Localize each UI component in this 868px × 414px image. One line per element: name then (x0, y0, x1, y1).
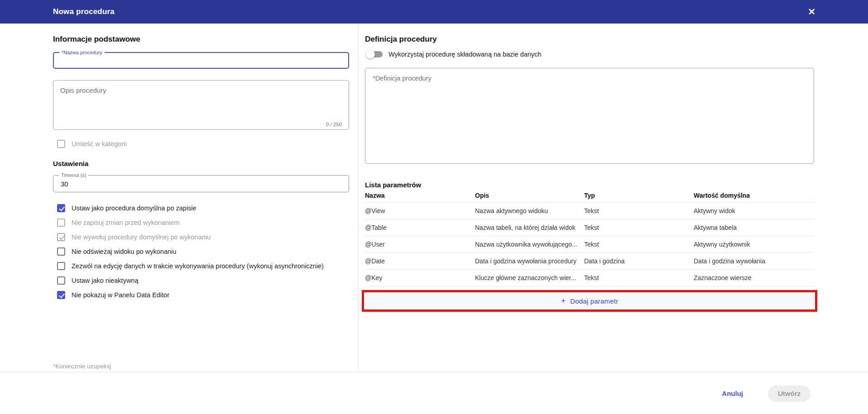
checkbox-label: Nie zapisuj zmian przed wykonaniem (72, 219, 180, 226)
procedure-name-label: *Nazwa procedury (59, 50, 105, 56)
basic-info-panel: Informacje podstawowe *Nazwa procedury 0… (0, 24, 359, 372)
dialog-title: Nowa procedura (53, 7, 115, 16)
checkbox-set-inactive[interactable]: Ustaw jako nieaktywną (57, 273, 324, 288)
parameter-row-key[interactable]: @Key Klucze główne zaznaczonych wier... … (365, 270, 814, 286)
checkbox-hide-in-data-editor[interactable]: Nie pokazuj w Panelu Data Editor (57, 288, 324, 302)
checkbox-label: Nie odświeżaj widoku po wykonaniu (72, 248, 176, 255)
timeout-input[interactable] (53, 176, 349, 192)
dialog-footer: Anuluj Utwórz (0, 373, 868, 414)
checkbox-label: Umieść w kategorii (72, 140, 127, 148)
checkbox-box[interactable] (57, 276, 65, 285)
procedure-definition-input[interactable] (365, 68, 814, 163)
plus-icon: + (561, 296, 566, 306)
param-description: Nazwa tabeli, na której działa widok (475, 224, 584, 231)
timeout-field[interactable]: Timeout (s) (53, 175, 349, 192)
column-header-default: Wartość domyślna (694, 192, 814, 199)
checkbox-label: Ustaw jako procedura domyślna po zapisie (72, 205, 197, 212)
param-name: @Key (365, 274, 475, 281)
param-description: Data i godzina wywołania procedury (475, 257, 584, 265)
param-default: Aktywny widok (694, 207, 814, 214)
checkbox-no-save-before-run[interactable]: Nie zapisuj zmian przed wykonaniem (57, 215, 324, 230)
toggle-switch-icon[interactable] (366, 49, 383, 60)
toggle-knob (366, 50, 375, 59)
procedure-definition-field[interactable] (365, 68, 814, 164)
checkbox-box[interactable] (57, 291, 65, 299)
checkbox-box[interactable] (57, 247, 65, 256)
param-name: @Table (365, 224, 475, 231)
checkbox-label: Zezwól na edycję danych w trakcie wykony… (72, 262, 324, 270)
add-parameter-label: Dodaj parametr (570, 297, 618, 305)
procedure-name-field[interactable]: *Nazwa procedury (53, 52, 349, 69)
checkbox-box[interactable] (57, 140, 65, 148)
param-name: @User (365, 241, 475, 248)
create-button[interactable]: Utwórz (768, 385, 810, 402)
toggle-label: Wykorzystaj procedurę składowaną na bazi… (388, 51, 542, 58)
procedure-description-input[interactable] (53, 81, 349, 119)
param-type: Tekst (584, 241, 694, 248)
param-type: Tekst (584, 274, 694, 281)
parameter-row-user[interactable]: @User Nazwa użytkownika wywołującego... … (365, 236, 814, 253)
checkbox-box[interactable] (57, 204, 65, 212)
checkbox-label: Ustaw jako nieaktywną (72, 277, 139, 284)
checkbox-label: Nie wywołuj procedury domyślnej po wykon… (72, 233, 211, 241)
parameters-list-title: Lista parametrów (365, 181, 421, 189)
param-default: Data i godzina wywołania (694, 257, 814, 265)
definition-panel: Definicja procedury Wykorzystaj procedur… (359, 24, 868, 372)
checkbox-box[interactable] (57, 219, 65, 227)
close-icon[interactable]: ✕ (808, 7, 815, 16)
column-header-description: Opis (475, 192, 584, 199)
dialog-header: Nowa procedura ✕ (0, 0, 868, 24)
param-description: Klucze główne zaznaczonych wier... (475, 274, 584, 281)
parameter-row-date[interactable]: @Date Data i godzina wywołania procedury… (365, 253, 814, 270)
dialog-body: Informacje podstawowe *Nazwa procedury 0… (0, 24, 868, 372)
cancel-button[interactable]: Anuluj (722, 390, 743, 397)
column-header-type: Typ (584, 192, 694, 199)
checkbox-place-in-category[interactable]: Umieść w kategorii (57, 140, 127, 148)
param-type: Tekst (584, 224, 694, 231)
param-default: Aktywna tabela (694, 224, 814, 231)
settings-title: Ustawienia (53, 160, 88, 167)
procedure-description-field[interactable]: 0 / 250 (53, 80, 349, 130)
basic-info-title: Informacje podstawowe (53, 35, 140, 44)
param-default: Aktywny użytkownik (694, 241, 814, 248)
timeout-label: Timeout (s) (59, 172, 88, 178)
required-fields-note: *Koniecznie uzupełnij (53, 363, 111, 370)
param-name: @Date (365, 257, 475, 265)
description-char-counter: 0 / 250 (326, 122, 342, 127)
checkbox-box[interactable] (57, 233, 65, 241)
parameters-table-header: Nazwa Opis Typ Wartość domyślna (365, 192, 814, 203)
checkbox-label: Nie pokazuj w Panelu Data Editor (72, 291, 169, 299)
add-parameter-button[interactable]: + Dodaj parametr (365, 293, 814, 309)
stored-procedure-toggle[interactable]: Wykorzystaj procedurę składowaną na bazi… (366, 49, 542, 60)
parameter-row-view[interactable]: @View Nazwa aktywnego widoku Tekst Aktyw… (365, 203, 814, 219)
parameters-table: Nazwa Opis Typ Wartość domyślna @View Na… (365, 192, 814, 286)
checkbox-box[interactable] (57, 262, 65, 270)
checkbox-no-refresh-view[interactable]: Nie odświeżaj widoku po wykonaniu (57, 244, 324, 259)
param-name: @View (365, 207, 475, 214)
param-description: Nazwa użytkownika wywołującego... (475, 241, 584, 248)
param-type: Data i godzina (584, 257, 694, 265)
checkbox-allow-edit-async[interactable]: Zezwól na edycję danych w trakcie wykony… (57, 259, 324, 273)
definition-title: Definicja procedury (365, 35, 437, 44)
param-default: Zaznaczone wiersze (694, 274, 814, 281)
column-header-name: Nazwa (365, 192, 475, 199)
add-parameter-highlight: + Dodaj parametr (365, 293, 814, 309)
settings-checkbox-list: Ustaw jako procedura domyślna po zapisie… (57, 201, 324, 302)
parameter-row-table[interactable]: @Table Nazwa tabeli, na której działa wi… (365, 219, 814, 236)
checkbox-no-default-after-run[interactable]: Nie wywołuj procedury domyślnej po wykon… (57, 230, 324, 244)
checkbox-default-after-save[interactable]: Ustaw jako procedura domyślna po zapisie (57, 201, 324, 215)
param-type: Tekst (584, 207, 694, 214)
param-description: Nazwa aktywnego widoku (475, 207, 584, 214)
